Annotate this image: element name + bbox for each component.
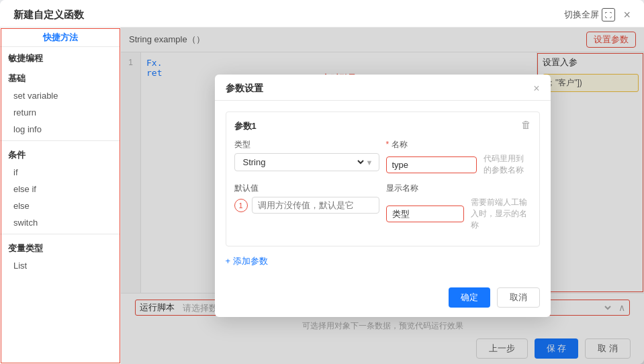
param-display-name-hint: 需要前端人工输入时，显示的名称 xyxy=(471,197,531,231)
modal-title: 新建自定义函数 xyxy=(13,9,84,21)
param-name-input[interactable] xyxy=(386,156,477,173)
fullscreen-button[interactable]: 切换全屏 ⛶ xyxy=(564,8,615,21)
param-dialog-header: 参数设置 × xyxy=(215,75,551,101)
param-cancel-button[interactable]: 取消 xyxy=(497,287,540,308)
sidebar-item-set-variable[interactable]: set variable xyxy=(0,87,120,104)
param-name-label: * 名称 xyxy=(386,139,531,150)
param-type-select-wrapper[interactable]: String Number Boolean ▼ xyxy=(234,153,379,171)
modal-header: 新建自定义函数 切换全屏 ⛶ × xyxy=(0,0,644,28)
param-display-name-input[interactable] xyxy=(386,206,464,222)
param-display-name-label: 显示名称 xyxy=(386,183,531,194)
fullscreen-label: 切换全屏 xyxy=(564,9,599,21)
param-default-number: 1 xyxy=(234,199,248,212)
sidebar-item-switch[interactable]: switch xyxy=(0,214,120,231)
close-button[interactable]: × xyxy=(623,9,631,21)
sidebar-divider-1 xyxy=(0,140,120,141)
param-default-input[interactable] xyxy=(252,197,379,214)
param-type-field: 类型 String Number Boolean ▼ xyxy=(234,139,379,176)
param-type-select[interactable]: String Number Boolean xyxy=(240,156,366,168)
sidebar-item-else[interactable]: else xyxy=(0,197,120,214)
sidebar-section-var-type: 变量类型 xyxy=(0,237,120,257)
param-name-hint: 代码里用到的参数名称 xyxy=(484,153,531,176)
sidebar-section-base: 基础 xyxy=(0,67,120,87)
sidebar-item-return[interactable]: return xyxy=(0,104,120,121)
param-confirm-button[interactable]: 确定 xyxy=(449,287,490,308)
sidebar-divider-2 xyxy=(0,234,120,234)
param-dialog: 参数设置 × 参数1 🗑 类型 xyxy=(215,75,551,317)
param-dialog-overlay: 参数设置 × 参数1 🗑 类型 xyxy=(121,28,644,364)
param-default-display-row: 默认值 1 显示名称 xyxy=(234,183,531,231)
add-param-button[interactable]: + 添加参数 xyxy=(226,255,268,267)
param-delete-button[interactable]: 🗑 xyxy=(521,119,531,130)
sidebar-item-log-info[interactable]: log info xyxy=(0,121,120,138)
sidebar-item-list[interactable]: List xyxy=(0,257,120,274)
fullscreen-icon: ⛶ xyxy=(602,8,615,21)
param-default-field: 默认值 1 xyxy=(234,183,379,231)
required-star: * xyxy=(386,140,389,149)
sidebar-editor-label[interactable]: 敏捷编程 xyxy=(0,47,120,67)
sidebar-item-else-if[interactable]: else if xyxy=(0,181,120,197)
param-dialog-footer: 确定 取消 xyxy=(215,281,551,317)
modal-body: 快捷方法 敏捷编程 基础 set variable return log inf… xyxy=(0,28,644,364)
param-type-name-row: 类型 String Number Boolean ▼ xyxy=(234,139,531,176)
sidebar-item-if[interactable]: if xyxy=(0,164,120,181)
param-dialog-title: 参数设置 xyxy=(226,83,263,95)
sidebar-shortcut-label: 快捷方法 xyxy=(0,28,120,47)
main-content: String example（） 设置参数 1 Fx. ret 实时引导 设置入… xyxy=(121,28,644,364)
chevron-down-icon: ▼ xyxy=(366,158,373,167)
main-modal: 新建自定义函数 切换全屏 ⛶ × 快捷方法 敏捷编程 基础 set variab… xyxy=(0,0,644,364)
sidebar: 快捷方法 敏捷编程 基础 set variable return log inf… xyxy=(0,28,121,364)
param-dialog-close-button[interactable]: × xyxy=(533,83,539,95)
sidebar-section-condition: 条件 xyxy=(0,144,120,164)
header-actions: 切换全屏 ⛶ × xyxy=(564,8,631,21)
param-display-name-field: 显示名称 需要前端人工输入时，显示的名称 xyxy=(386,183,531,231)
param-block-1: 参数1 🗑 类型 String Number xyxy=(226,111,540,246)
param-type-label: 类型 xyxy=(234,139,379,150)
param-block-title: 参数1 xyxy=(234,120,531,132)
param-default-label: 默认值 xyxy=(234,183,379,194)
param-name-field: * 名称 代码里用到的参数名称 xyxy=(386,139,531,176)
param-dialog-body: 参数1 🗑 类型 String Number xyxy=(215,101,551,281)
